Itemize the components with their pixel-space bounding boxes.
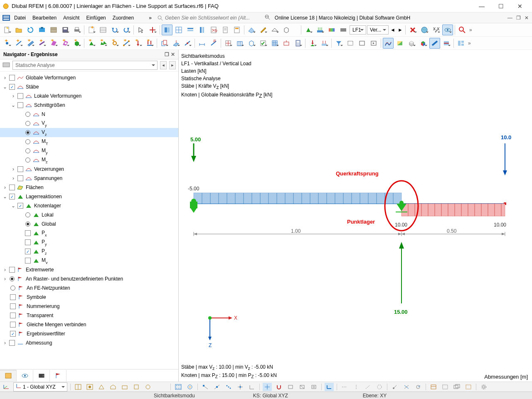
view-rect2-icon[interactable]: [357, 38, 367, 49]
results-diagram-icon[interactable]: [383, 38, 394, 49]
status-i2[interactable]: [85, 383, 94, 391]
pointer-icon[interactable]: [135, 25, 146, 35]
view-grid-icon[interactable]: [173, 25, 184, 35]
view-3d-icon[interactable]: [281, 25, 292, 35]
status-i7[interactable]: [143, 383, 153, 391]
menu-zuordnen[interactable]: Zuordnen: [109, 13, 137, 22]
status-i3[interactable]: [97, 383, 106, 391]
load2-icon[interactable]: ✦: [144, 38, 155, 49]
results-tree[interactable]: ›Globale Verformungen ⌄Stäbe ›Lokale Ver…: [0, 71, 178, 369]
surface-icon[interactable]: ✦: [48, 38, 59, 49]
minimize-button[interactable]: —: [472, 0, 491, 12]
view-rect-icon[interactable]: [345, 38, 356, 49]
undo-icon[interactable]: [109, 25, 120, 35]
section-icon[interactable]: [258, 25, 268, 35]
load-support-icon[interactable]: [307, 38, 318, 49]
menu-bearbeiten[interactable]: Bearbeiten: [29, 13, 60, 22]
delete-load-icon[interactable]: [407, 25, 418, 35]
numbering-icon[interactable]: #: [208, 38, 219, 49]
opening-icon[interactable]: ✦: [60, 38, 71, 49]
nav-next[interactable]: ►: [169, 61, 176, 69]
nav-tab-results[interactable]: [50, 370, 66, 382]
mesh-gen-icon[interactable]: [269, 38, 280, 49]
settings-gear-icon[interactable]: [479, 383, 488, 391]
nodal-sup-icon[interactable]: ✦: [86, 38, 97, 49]
isosurface-icon[interactable]: [394, 38, 405, 49]
nav-tab-display[interactable]: [17, 370, 33, 382]
globe-icon[interactable]: [419, 25, 430, 35]
lc-prev-icon[interactable]: ◄: [389, 25, 396, 35]
refresh-icon[interactable]: [25, 25, 36, 35]
save-icon[interactable]: [60, 25, 71, 35]
units-xxx-icon[interactable]: x.xx✓: [431, 25, 441, 35]
app-menu-icon[interactable]: [2, 15, 11, 21]
snap-sq1-icon[interactable]: [286, 383, 295, 391]
view-col-icon[interactable]: [197, 25, 207, 35]
viewport[interactable]: Sichtbarkeitsmodus LF1 - Vertikallast / …: [179, 50, 532, 382]
gradient-icon[interactable]: [326, 25, 337, 35]
view-doc-icon[interactable]: [220, 25, 231, 35]
mesh-frame-icon[interactable]: [234, 38, 245, 49]
snap-cross-icon[interactable]: [236, 383, 245, 391]
keyword-search[interactable]: [155, 13, 263, 22]
eye-visibility-icon[interactable]: [442, 25, 453, 35]
nav-tab-data[interactable]: [0, 370, 17, 382]
view-script-icon[interactable]: >sc: [208, 25, 219, 35]
color-cube-icon[interactable]: [418, 38, 429, 49]
view-icon[interactable]: [269, 25, 280, 35]
solid-obj-icon[interactable]: ✦: [71, 38, 82, 49]
load-wizard-icon[interactable]: [319, 38, 330, 49]
snap-dots-icon[interactable]: [224, 383, 233, 391]
loadcase-combo[interactable]: LF1: [350, 25, 366, 34]
status-i5[interactable]: [120, 383, 129, 391]
layer1-icon[interactable]: [429, 383, 438, 391]
load1-icon[interactable]: ✦: [133, 38, 143, 49]
layer2-icon[interactable]: [441, 383, 450, 391]
project-icon[interactable]: [48, 25, 59, 35]
ortho-icon[interactable]: [325, 383, 334, 391]
nav-close-icon[interactable]: ✕: [171, 52, 175, 57]
filter-icon[interactable]: [333, 38, 344, 49]
cp1-icon[interactable]: [390, 383, 399, 391]
slideshow-icon[interactable]: [368, 38, 379, 49]
nav-float-icon[interactable]: ❐: [165, 52, 169, 57]
lc-next-icon[interactable]: ►: [397, 25, 404, 35]
search-tool-icon[interactable]: [457, 25, 468, 35]
section-view-icon[interactable]: [441, 38, 452, 49]
status-i6[interactable]: [132, 383, 141, 391]
block-manager-icon[interactable]: [37, 25, 47, 35]
layer3-icon[interactable]: [452, 383, 461, 391]
new-file-icon[interactable]: [2, 25, 12, 35]
solid-icon[interactable]: [338, 25, 349, 35]
view-table-icon[interactable]: [162, 25, 172, 35]
divide-icon[interactable]: [182, 38, 193, 49]
rigid-icon[interactable]: ✦: [121, 38, 132, 49]
snap-sq2-icon[interactable]: [298, 383, 307, 391]
line-sup-icon[interactable]: ✦: [98, 38, 108, 49]
line-render-icon[interactable]: [429, 38, 440, 49]
close-button[interactable]: ✕: [510, 0, 530, 12]
mdi-restore[interactable]: ❐: [515, 14, 522, 22]
member-icon[interactable]: ✦: [37, 38, 47, 49]
hinge-icon[interactable]: ✦: [109, 38, 120, 49]
dim-x-icon[interactable]: [197, 38, 207, 49]
search-input[interactable]: [164, 15, 261, 21]
nav-prev[interactable]: ◄: [160, 61, 167, 69]
cp2-icon[interactable]: [402, 383, 411, 391]
snap-grid-icon[interactable]: [174, 383, 183, 391]
extrude-icon[interactable]: [170, 38, 181, 49]
snap-perp-icon[interactable]: [247, 383, 256, 391]
dummy-icon[interactable]: [281, 38, 292, 49]
line-icon[interactable]: ✦: [13, 38, 24, 49]
loadcase-name-combo[interactable]: Ver...: [367, 25, 389, 34]
view-list-icon[interactable]: [185, 25, 196, 35]
mesh-solid-icon[interactable]: [246, 38, 257, 49]
print-icon[interactable]: [71, 25, 82, 35]
snap-sq3-icon[interactable]: [309, 383, 318, 391]
calc-icon[interactable]: [293, 38, 303, 49]
snap-obj-icon[interactable]: [185, 383, 195, 391]
maximize-button[interactable]: ☐: [491, 0, 510, 12]
license-search-icon[interactable]: [263, 14, 271, 21]
status-i4[interactable]: [108, 383, 118, 391]
move-icon[interactable]: [147, 25, 158, 35]
